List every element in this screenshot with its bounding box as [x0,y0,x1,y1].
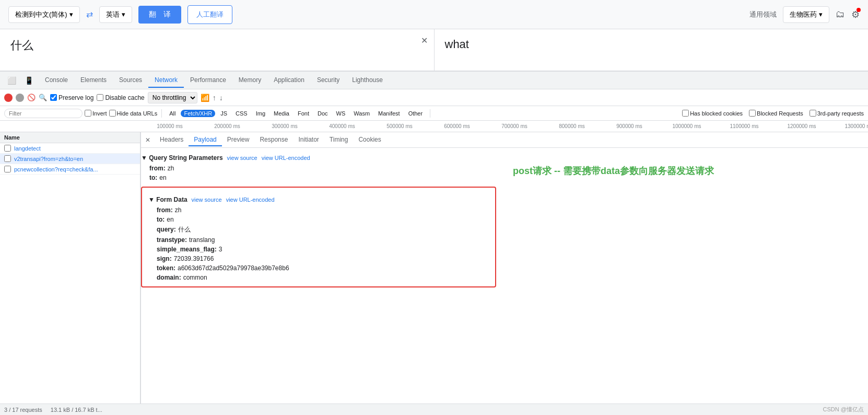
main-content: Name langdetect v2transapi?from=zh&to=en… [0,132,868,404]
kv-key-form-to: to: [157,216,165,223]
kv-key-from: from: [149,165,166,172]
form-data-view-url-encoded-link[interactable]: view URL-encoded [226,197,275,203]
tab-preview[interactable]: Preview [222,134,255,146]
tab-timing[interactable]: Timing [324,134,354,146]
blocked-requests-checkbox[interactable] [749,110,756,117]
detect-language-button[interactable]: 检测到中文(简体) ▾ [8,6,80,23]
list-item[interactable]: v2transapi?from=zh&to=en [0,154,140,164]
type-other-button[interactable]: Other [405,110,426,117]
stop-button[interactable] [16,94,24,102]
has-blocked-cookies-label[interactable]: Has blocked cookies [682,110,743,117]
request-item-name-0: langdetect [14,145,41,152]
type-font-button[interactable]: Font [295,110,312,117]
disable-cache-checkbox[interactable] [97,94,103,101]
kv-key-form-simple: simple_means_flag: [157,246,217,253]
hide-data-urls-label: Hide data URLs [117,110,158,117]
throttling-select[interactable]: No throttling [148,92,197,103]
tab-initiator[interactable]: Initiator [293,134,324,146]
tab-elements[interactable]: Elements [74,73,113,88]
request-list: Name langdetect v2transapi?from=zh&to=en… [0,132,141,404]
detail-tab-bar: ✕ Headers Payload Preview Response Initi… [141,132,868,148]
filter-input[interactable] [4,109,83,118]
kv-row: simple_means_flag: 3 [148,245,489,254]
type-doc-button[interactable]: Doc [314,110,331,117]
tab-response[interactable]: Response [254,134,293,146]
preserve-log-checkbox[interactable] [50,94,57,101]
disable-cache-checkbox-label[interactable]: Disable cache [97,94,144,101]
tab-cookies[interactable]: Cookies [353,134,386,146]
third-party-label[interactable]: 3rd-party requests [810,110,864,117]
tab-console[interactable]: Console [39,73,74,88]
type-css-button[interactable]: CSS [232,110,251,117]
third-party-checkbox[interactable] [810,110,816,117]
invert-checkbox[interactable] [85,110,91,117]
tab-lighthouse[interactable]: Lighthouse [346,73,389,88]
translate-button[interactable]: 翻 译 [138,6,181,24]
form-data-view-source-link[interactable]: view source [192,197,222,203]
tab-security[interactable]: Security [311,73,346,88]
timeline-tick-11: 1100000 ms [715,123,773,129]
timeline-bar: 100000 ms 200000 ms 300000 ms 400000 ms … [0,121,868,132]
hide-data-urls-checkbox[interactable] [109,110,116,117]
third-party-text: 3rd-party requests [817,110,864,117]
record-button[interactable] [4,94,13,102]
type-wasm-button[interactable]: Wasm [350,110,373,117]
hide-data-urls-checkbox-label[interactable]: Hide data URLs [109,110,158,117]
tab-payload[interactable]: Payload [189,134,221,146]
timeline-tick-5: 500000 ms [371,123,428,129]
target-language-button[interactable]: 英语 ▾ [99,6,132,23]
blocked-requests-label[interactable]: Blocked Requests [749,110,803,117]
clear-source-button[interactable]: ✕ [421,36,428,45]
tab-network[interactable]: Network [148,73,184,88]
target-language-label: 英语 [106,10,120,19]
type-ws-button[interactable]: WS [333,110,349,117]
tab-sources[interactable]: Sources [113,73,148,88]
type-media-button[interactable]: Media [271,110,292,117]
type-all-button[interactable]: All [166,110,179,117]
view-url-encoded-link[interactable]: view URL-encoded [262,155,310,161]
type-js-button[interactable]: JS [217,110,230,117]
detect-language-label: 检测到中文(简体) [15,10,67,19]
kv-value-form-domain: common [183,274,207,281]
view-source-link[interactable]: view source [227,155,257,161]
inspect-element-button[interactable]: ⬜ [4,74,19,87]
swap-language-button[interactable]: ⇄ [86,9,93,19]
download-button[interactable]: ↓ [219,94,223,102]
settings-button[interactable]: ⚙ [851,9,860,20]
payload-left-panel: ▼ Query String Parameters view source vi… [141,148,496,294]
kv-value-form-transtype: translang [189,236,215,244]
list-item[interactable]: langdetect [0,143,140,154]
type-fetch-xhr-button[interactable]: Fetch/XHR [181,110,215,117]
kv-row: transtype: translang [148,235,489,245]
request-item-name-2: pcnewcollection?req=check&fa... [14,166,98,172]
kv-row: to: en [141,173,496,182]
form-data-section: ▼ Form Data view source view URL-encoded [148,196,489,203]
type-manifest-button[interactable]: Manifest [375,110,403,117]
tab-headers[interactable]: Headers [155,134,189,146]
device-toolbar-button[interactable]: 📱 [21,74,37,87]
invert-checkbox-label[interactable]: Invert [85,110,107,117]
request-checkbox-2[interactable] [4,166,11,172]
request-checkbox-0[interactable] [4,145,11,152]
tab-application[interactable]: Application [267,73,311,88]
request-checkbox-1[interactable] [4,155,11,162]
form-data-box: ▼ Form Data view source view URL-encoded… [141,187,496,287]
kv-value-form-to: en [167,216,173,223]
kv-key-form-transtype: transtype: [157,236,187,244]
tab-memory[interactable]: Memory [232,73,267,88]
swap-icon: ⇄ [86,10,93,19]
upload-button[interactable]: ↑ [213,94,216,102]
close-detail-button[interactable]: ✕ [145,136,150,144]
kv-value-form-from: zh [175,206,182,214]
blocked-requests-text: Blocked Requests [757,110,803,117]
domain-button[interactable]: 生物医药 ▾ [783,6,829,23]
name-column-header: Name [4,134,20,141]
list-item[interactable]: pcnewcollection?req=check&fa... [0,164,140,175]
history-button[interactable]: 🗂 [836,9,845,20]
preserve-log-checkbox-label[interactable]: Preserve log [50,94,93,101]
payload-content-area: ▼ Query String Parameters view source vi… [141,148,868,294]
type-img-button[interactable]: Img [253,110,268,117]
manual-translate-button[interactable]: 人工翻译 [187,5,232,24]
tab-performance[interactable]: Performance [184,73,232,88]
has-blocked-cookies-checkbox[interactable] [682,110,689,117]
